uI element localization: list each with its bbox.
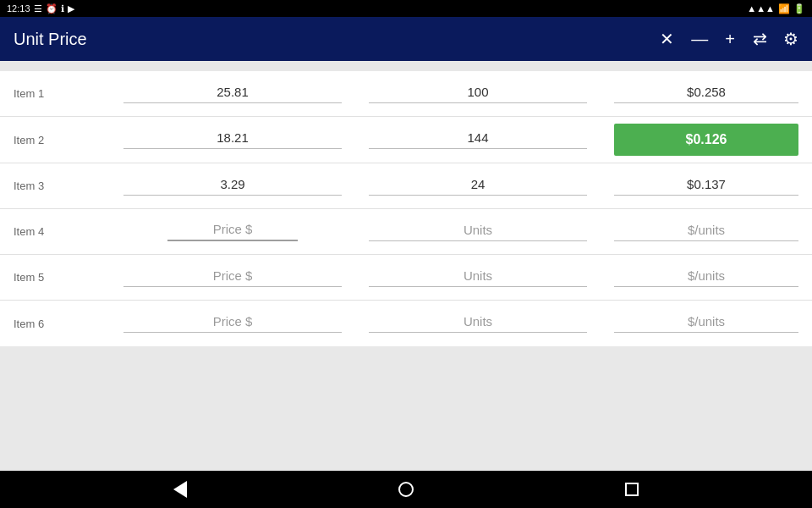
result-placeholder: $/units <box>688 268 725 283</box>
units-value: 24 <box>471 177 486 191</box>
price-cell[interactable]: Price $ <box>110 262 355 294</box>
price-cell[interactable]: 25.81 <box>110 78 355 110</box>
result-underline <box>614 332 798 333</box>
units-underline <box>369 240 587 241</box>
units-placeholder: Units <box>464 223 492 237</box>
units-underline <box>369 102 587 103</box>
price-cell[interactable]: Price $ <box>110 307 355 340</box>
title-bar-actions: ✕ — + ⇅ ⚙ <box>660 29 798 49</box>
units-underline <box>369 195 587 196</box>
price-value: 25.81 <box>217 85 249 99</box>
wifi-icon: ▲▲▲ <box>747 3 775 14</box>
price-placeholder: Price $ <box>213 222 253 236</box>
result-placeholder: $/units <box>688 223 725 237</box>
back-button[interactable] <box>163 472 197 506</box>
units-value: 100 <box>467 85 488 99</box>
notification-icon: ☰ <box>34 3 42 14</box>
table-row: Item 5 Price $ Units $/units <box>0 255 812 301</box>
table-row: Item 6 Price $ Units $/units <box>0 301 812 346</box>
media-icon: ▶ <box>68 3 74 14</box>
table-row: Item 2 18.21 144 $0.126 <box>0 117 812 163</box>
item-label: Item 5 <box>0 264 110 290</box>
result-underline <box>614 286 798 287</box>
item-label: Item 4 <box>0 218 110 245</box>
settings-icon[interactable]: ⚙ <box>783 29 798 49</box>
status-bar-left: 12:13 ☰ ⏰ ℹ ▶ <box>7 3 74 14</box>
price-underline <box>123 332 342 333</box>
minimize-button[interactable]: — <box>691 30 708 49</box>
result-cell: $0.137 <box>601 170 812 202</box>
table-row: Item 4 Price $ Units $/units <box>0 209 812 255</box>
result-underline <box>614 240 798 241</box>
units-value: 144 <box>467 130 488 145</box>
price-placeholder: Price $ <box>213 314 253 329</box>
main-content: Item 1 25.81 100 $0.258 Item 2 18.21 14 <box>0 61 812 471</box>
units-cell[interactable]: Units <box>355 307 601 340</box>
units-cell[interactable]: 24 <box>355 170 601 202</box>
back-icon <box>173 481 187 498</box>
item-label: Item 1 <box>0 80 110 107</box>
price-cell[interactable]: 3.29 <box>110 170 355 202</box>
table-row: Item 3 3.29 24 $0.137 <box>0 163 812 209</box>
units-underline <box>369 148 587 149</box>
result-value: $0.258 <box>687 85 726 99</box>
item-label: Item 3 <box>0 173 110 199</box>
result-underline <box>614 195 798 196</box>
item-label: Item 2 <box>0 127 110 153</box>
recent-button[interactable] <box>615 472 649 506</box>
item-label: Item 6 <box>0 311 110 337</box>
result-cell-highlighted: $0.126 <box>601 117 812 163</box>
battery-icon: 🔋 <box>793 3 805 14</box>
units-cell[interactable]: 144 <box>355 124 601 156</box>
price-underline <box>123 148 342 149</box>
units-placeholder: Units <box>464 314 492 329</box>
units-underline <box>369 332 587 333</box>
home-button[interactable] <box>389 472 423 506</box>
price-placeholder: Price $ <box>213 268 253 283</box>
best-value-badge: $0.126 <box>614 124 798 156</box>
price-underline-active <box>167 240 299 241</box>
result-value: $0.137 <box>687 177 726 191</box>
result-underline <box>614 102 798 103</box>
result-cell: $/units <box>601 262 812 294</box>
close-button[interactable]: ✕ <box>660 29 674 49</box>
add-button[interactable]: + <box>725 30 735 49</box>
result-cell: $0.258 <box>601 78 812 110</box>
recent-icon <box>625 483 639 496</box>
table-row: Item 1 25.81 100 $0.258 <box>0 71 812 117</box>
status-bar-right: ▲▲▲ 📶 🔋 <box>747 3 805 14</box>
price-cell[interactable]: 18.21 <box>110 124 355 156</box>
result-cell: $/units <box>601 307 812 340</box>
home-icon <box>398 482 414 497</box>
resize-button[interactable]: ⇅ <box>749 32 770 47</box>
status-bar: 12:13 ☰ ⏰ ℹ ▶ ▲▲▲ 📶 🔋 <box>0 0 812 17</box>
bottom-nav <box>0 471 812 508</box>
price-underline <box>123 195 342 196</box>
price-value: 18.21 <box>217 130 249 145</box>
units-cell[interactable]: Units <box>355 216 601 248</box>
status-time: 12:13 <box>7 3 30 14</box>
units-cell[interactable]: Units <box>355 262 601 294</box>
price-underline <box>123 102 342 103</box>
title-bar: Unit Price ✕ — + ⇅ ⚙ <box>0 17 812 61</box>
alarm-icon: ⏰ <box>46 3 58 14</box>
page-title: Unit Price <box>14 30 87 49</box>
price-cell[interactable]: Price $ <box>110 215 355 248</box>
units-underline <box>369 286 587 287</box>
units-placeholder: Units <box>464 268 492 283</box>
result-placeholder: $/units <box>688 314 725 329</box>
signal-icon: 📶 <box>778 3 790 14</box>
info-icon: ℹ <box>61 3 64 14</box>
price-value: 3.29 <box>220 177 244 191</box>
units-cell[interactable]: 100 <box>355 78 601 110</box>
table-container: Item 1 25.81 100 $0.258 Item 2 18.21 14 <box>0 71 812 346</box>
result-cell: $/units <box>601 216 812 248</box>
price-underline <box>123 286 342 287</box>
